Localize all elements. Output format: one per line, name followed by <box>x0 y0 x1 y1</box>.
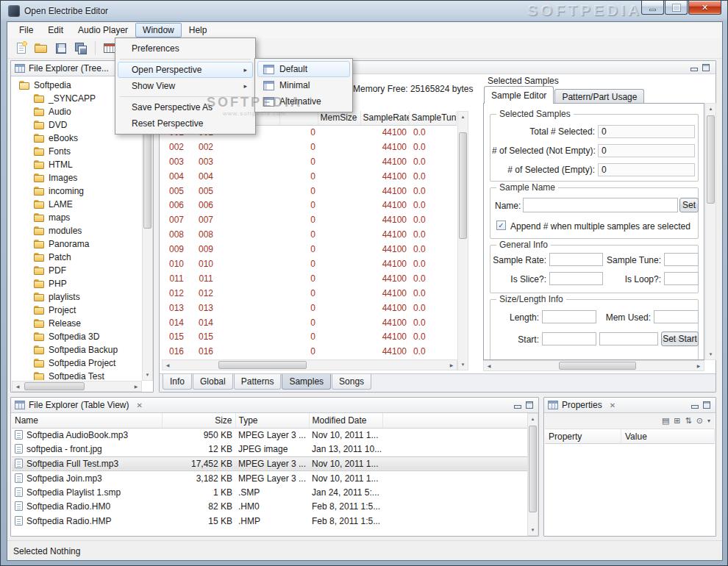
save-button[interactable] <box>51 40 70 57</box>
sample-panel-tab[interactable]: Pattern/Part Usage <box>554 89 644 104</box>
scroll-right-icon[interactable]: ▶ <box>693 361 704 370</box>
tree-item[interactable]: PDF <box>12 264 142 277</box>
sample-row[interactable]: 005 005 0 44100 0.0 <box>162 184 456 198</box>
sample-row[interactable]: 010 010 0 44100 0.0 <box>162 257 456 271</box>
sample-panel-vertical-scrollbar[interactable]: ▲ ▼ <box>705 103 716 360</box>
tree-item[interactable]: Patch <box>12 251 142 264</box>
sample-row[interactable]: 011 011 0 44100 0.0 <box>162 271 456 286</box>
table-view-minimize-button[interactable] <box>513 401 521 409</box>
scroll-thumb[interactable] <box>529 426 537 512</box>
window-menu-item[interactable] <box>120 96 251 97</box>
file-row[interactable]: Softpedia Playlist 1.smp 1 KB .SMP Jan 2… <box>12 485 527 500</box>
tree-view-tab[interactable]: File Explorer (Tree... ✕ <box>15 61 122 76</box>
editor-page-tab[interactable]: Patterns <box>234 374 282 390</box>
window-menu-item[interactable]: Preferences <box>118 40 253 57</box>
scroll-thumb[interactable] <box>459 132 467 239</box>
table-view-maximize-button[interactable] <box>526 401 533 409</box>
tree-item[interactable]: Softpedia Test <box>12 370 142 380</box>
tree-item[interactable]: Project <box>12 304 142 317</box>
save-all-button[interactable] <box>71 40 90 57</box>
tree-item[interactable]: Images <box>12 171 142 185</box>
table-view-tab[interactable]: File Explorer (Table View) ✕ <box>15 398 143 412</box>
property-column-header[interactable]: Property <box>545 429 621 443</box>
name-input[interactable] <box>523 198 678 212</box>
sample-panel-tab[interactable]: Sample Editor <box>484 86 554 104</box>
sample-row[interactable]: 006 006 0 44100 0.0 <box>162 198 456 212</box>
file-row[interactable]: Softpedia Full Test.mp3 17,452 KB MPEG L… <box>12 456 527 471</box>
tree-item[interactable]: incoming <box>12 185 142 198</box>
file-table-vertical-scrollbar[interactable]: ▲ ▼ <box>527 413 538 536</box>
scroll-right-icon[interactable]: ▶ <box>446 360 457 370</box>
new-button[interactable] <box>12 40 30 57</box>
tree-item[interactable]: HTML <box>12 158 142 171</box>
scroll-down-icon[interactable]: ▼ <box>706 349 715 359</box>
sample-row[interactable]: 002 002 0 44100 0.0 <box>162 140 456 154</box>
tree-item[interactable]: Fonts <box>12 145 142 158</box>
editor-maximize-button[interactable] <box>702 64 710 71</box>
scroll-thumb[interactable] <box>218 361 307 369</box>
perspective-menu-item[interactable]: Alternative <box>257 93 350 110</box>
titlebar[interactable]: Open Electribe Editor SOFTPEDIA ✕ <box>1 1 727 21</box>
view-menu-icon[interactable]: ▾ <box>707 418 710 424</box>
sample-row[interactable]: 014 014 0 44100 0.0 <box>162 315 456 330</box>
scroll-up-icon[interactable]: ▲ <box>458 112 468 122</box>
start-input-2[interactable] <box>599 332 658 345</box>
scroll-down-icon[interactable]: ▼ <box>143 370 152 380</box>
set-start-button[interactable]: Set Start <box>661 332 699 346</box>
maximize-button[interactable] <box>665 1 688 15</box>
tree-item[interactable]: Softpedia 3D <box>12 330 142 343</box>
length-input[interactable] <box>542 310 596 323</box>
perspective-menu-item[interactable]: Default <box>257 61 350 77</box>
samples-horizontal-scrollbar[interactable]: ◀ ▶ <box>162 359 457 370</box>
minimize-button[interactable] <box>641 1 664 15</box>
start-input-1[interactable] <box>542 332 596 345</box>
scroll-left-icon[interactable]: ◀ <box>163 360 173 370</box>
sample-tune-input[interactable] <box>664 253 699 266</box>
properties-maximize-button[interactable] <box>703 401 710 409</box>
properties-close-button[interactable]: ✕ <box>610 401 615 409</box>
samples-column-header[interactable]: SampleRate <box>360 111 409 125</box>
editor-page-tab[interactable]: Samples <box>282 374 331 390</box>
tree-item[interactable]: maps <box>12 211 142 224</box>
properties-minimize-button[interactable] <box>690 401 698 409</box>
open-button[interactable] <box>32 40 50 57</box>
file-row[interactable]: Softpedia Radio.HM0 82 KB .HM0 Feb 8, 20… <box>12 500 527 515</box>
scroll-up-icon[interactable]: ▲ <box>528 414 538 424</box>
menubar-item[interactable]: Audio Player <box>71 23 135 37</box>
tree-item[interactable]: LAME <box>12 198 142 211</box>
scroll-right-icon[interactable]: ▶ <box>131 381 141 391</box>
scroll-up-icon[interactable]: ▲ <box>706 104 715 114</box>
properties-tab[interactable]: Properties ✕ <box>548 398 615 412</box>
editor-minimize-button[interactable] <box>690 64 697 71</box>
tree-item[interactable]: Panorama <box>12 237 142 251</box>
sample-row[interactable]: 012 012 0 44100 0.0 <box>162 286 456 301</box>
scroll-left-icon[interactable]: ◀ <box>484 361 494 370</box>
perspective-menu-item[interactable]: Minimal <box>257 77 350 93</box>
menubar-item[interactable]: File <box>12 23 40 37</box>
scroll-thumb[interactable] <box>24 382 85 390</box>
tree-item[interactable]: playlists <box>12 290 142 304</box>
tree-item[interactable]: Softpedia Backup <box>12 343 142 357</box>
sample-row[interactable]: 007 007 0 44100 0.0 <box>162 212 456 227</box>
is-slice-input[interactable] <box>549 272 603 285</box>
set-button[interactable]: Set <box>679 198 699 212</box>
scroll-down-icon[interactable]: ▼ <box>458 359 468 370</box>
editor-page-tab[interactable]: Global <box>193 374 233 390</box>
file-row[interactable]: Softpedia AudioBook.mp3 950 KB MPEG Laye… <box>12 428 527 443</box>
file-row[interactable]: Softpedia Radio.HMP 15 KB .HMP Feb 8, 20… <box>12 514 527 529</box>
tree-item[interactable]: Softpedia Project <box>12 357 142 370</box>
sample-row[interactable]: 013 013 0 44100 0.0 <box>162 301 456 315</box>
sample-row[interactable]: 015 015 0 44100 0.0 <box>162 329 456 344</box>
file-row[interactable]: softpedia - front.jpg 12 KB JPEG image J… <box>12 443 527 457</box>
app-icon[interactable] <box>8 5 20 17</box>
sample-row[interactable]: 004 004 0 44100 0.0 <box>162 169 456 184</box>
sample-row[interactable]: 009 009 0 44100 0.0 <box>162 242 456 257</box>
file-column-header-name[interactable]: Name <box>12 413 162 428</box>
scroll-left-icon[interactable]: ◀ <box>13 381 23 391</box>
file-row[interactable]: Softpedia Join.mp3 3,182 KB MPEG Layer 3… <box>12 471 527 486</box>
scroll-thumb[interactable] <box>707 115 715 204</box>
file-column-header-type[interactable]: Type <box>235 413 309 428</box>
is-loop-input[interactable] <box>664 272 699 285</box>
value-column-header[interactable]: Value <box>621 429 715 443</box>
sample-row[interactable]: 016 016 0 44100 0.0 <box>162 344 456 359</box>
